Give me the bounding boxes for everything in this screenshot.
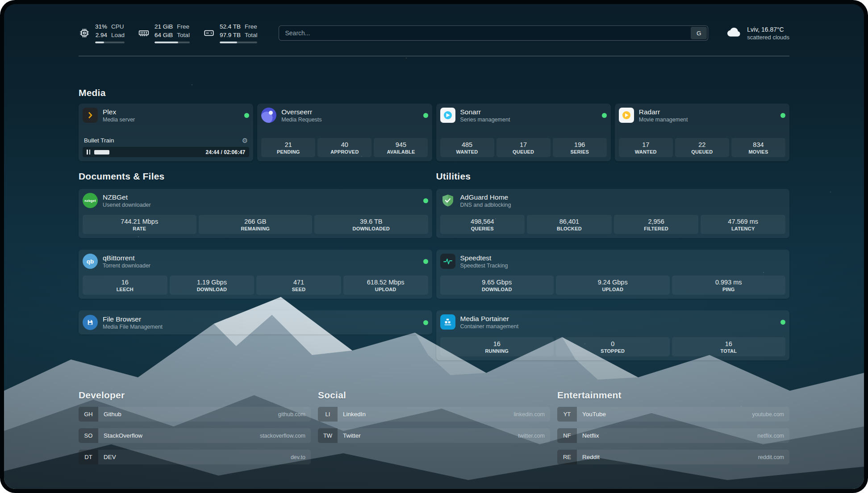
disk-icon (203, 27, 215, 39)
weather-location: Lviv, 16.87°C (747, 25, 789, 34)
overseerr-stat-available: 945 AVAILABLE (374, 138, 428, 157)
bookmark-url: twitter.com (518, 433, 545, 439)
search-input[interactable] (279, 25, 708, 41)
bookmark-youtube[interactable]: YT YouTube youtube.com (557, 407, 789, 422)
section-title-utilities: Utilities (436, 171, 790, 182)
bookmark-name: YouTube (582, 411, 606, 418)
stat-label: WANTED (442, 149, 492, 155)
bookmark-url: reddit.com (758, 454, 784, 460)
disk-total-label: Total (245, 31, 258, 40)
nzbget-stat-downloaded: 39.6 TB DOWNLOADED (314, 215, 428, 234)
cpu-load: 2.94 (96, 31, 107, 40)
service-card-adguard[interactable]: AdGuard Home DNS and adblocking 498,564 … (436, 189, 790, 238)
bookmark-abbr: SO (79, 428, 98, 443)
section-media: Media Plex Media server (79, 88, 789, 161)
status-dot (423, 198, 428, 203)
dashboard-screen: 31% 2.94 CPU Load (4, 4, 864, 489)
status-dot (423, 259, 428, 264)
nzbget-stat-rate: 744.21 Mbps RATE (83, 215, 196, 234)
gear-icon[interactable]: ⚙ (242, 137, 248, 144)
service-card-speedtest[interactable]: Speedtest Speedtest Tracking 9.65 Gbps D… (436, 250, 790, 299)
bookmark-name: Github (104, 411, 121, 418)
service-card-nzbget[interactable]: nzbget NZBGet Usenet downloader 744.21 M… (79, 189, 432, 238)
bookmark-url: dev.to (291, 454, 305, 460)
stat-label: RUNNING (442, 348, 552, 354)
bookmark-twitter[interactable]: TW Twitter twitter.com (318, 428, 550, 443)
search-provider-button[interactable]: G (691, 27, 707, 39)
service-subtitle: Movie management (639, 117, 688, 123)
service-card-overseerr[interactable]: Overseerr Media Requests 21 PENDING 40 A… (257, 104, 432, 161)
section-title-social: Social (318, 390, 550, 401)
service-subtitle: Media File Management (103, 324, 163, 330)
service-card-radarr[interactable]: Radarr Movie management 17 WANTED 22 QUE… (615, 104, 789, 161)
bookmark-abbr: RE (557, 450, 577, 464)
bookmark-dev[interactable]: DT DEV dev.to (79, 450, 311, 464)
adguard-stat-blocked: 86,401 BLOCKED (527, 215, 612, 234)
section-title-media: Media (79, 88, 789, 98)
stat-value: 40 (319, 141, 370, 148)
header-divider (79, 56, 789, 56)
stat-value: 196 (555, 141, 605, 148)
speedtest-stat-download: 9.65 Gbps DOWNLOAD (440, 276, 554, 295)
service-name: Media Portainer (460, 314, 519, 323)
stat-value: 1.19 Gbps (171, 279, 253, 286)
memory-total: 64 GiB (154, 31, 173, 40)
service-subtitle: DNS and adblocking (460, 202, 511, 208)
service-card-filebrowser[interactable]: File Browser Media File Management (79, 310, 432, 334)
service-card-plex[interactable]: Plex Media server Bullet Train ⚙ (79, 104, 253, 161)
overseerr-icon (261, 108, 276, 123)
sonarr-stat-wanted: 485 WANTED (440, 138, 494, 157)
sonarr-stat-series: 196 SERIES (553, 138, 607, 157)
section-title-entertainment: Entertainment (557, 390, 789, 401)
bookmark-name: StackOverflow (104, 432, 142, 439)
memory-free-label: Free (177, 23, 190, 31)
stat-value: 16 (84, 279, 166, 286)
bookmarks-area: Developer GH Github github.com SO StackO… (79, 390, 789, 464)
search-bar: G (279, 25, 708, 41)
playback-bar: 24:44 / 02:06:47 (83, 147, 249, 157)
service-name: AdGuard Home (460, 193, 511, 201)
stat-label: LATENCY (702, 226, 784, 231)
stat-value: 17 (498, 141, 549, 148)
overseerr-stat-pending: 21 PENDING (261, 138, 315, 157)
stat-value: 618.52 Mbps (345, 279, 426, 286)
bookmark-url: linkedin.com (514, 411, 545, 418)
bookmark-github[interactable]: GH Github github.com (79, 407, 311, 422)
stat-label: FILTERED (616, 226, 697, 231)
disk-free-label: Free (245, 23, 258, 31)
section-utilities: Utilities (436, 171, 790, 360)
bookmark-abbr: LI (318, 407, 338, 422)
disk-widget: 52.4 TB 97.9 TB Free Total (203, 23, 258, 43)
disk-usage-bar (220, 42, 258, 43)
stat-label: QUERIES (442, 226, 523, 231)
playback-track (94, 150, 202, 155)
disk-total: 97.9 TB (220, 31, 241, 40)
cloud-icon (726, 24, 742, 42)
stat-value: 47.569 ms (702, 218, 784, 225)
stat-label: LEECH (84, 287, 166, 292)
bookmark-netflix[interactable]: NF Netflix netflix.com (557, 428, 789, 443)
stat-label: BLOCKED (529, 226, 610, 231)
stat-value: 744.21 Mbps (84, 218, 195, 225)
status-dot (602, 113, 607, 118)
bookmark-linkedin[interactable]: LI LinkedIn linkedin.com (318, 407, 550, 422)
adguard-stat-queries: 498,564 QUERIES (440, 215, 525, 234)
portainer-icon (440, 314, 455, 330)
service-card-sonarr[interactable]: Sonarr Series management 485 WANTED 17 Q… (436, 104, 611, 161)
qbittorrent-stat-seed: 471 SEED (256, 276, 341, 295)
bookmark-abbr: DT (79, 450, 98, 464)
bookmark-stackoverflow[interactable]: SO StackOverflow stackoverflow.com (79, 428, 311, 443)
sonarr-stat-queued: 17 QUEUED (497, 138, 551, 157)
service-card-qbittorrent[interactable]: qb qBittorrent Torrent downloader 16 LEE… (79, 250, 432, 299)
service-subtitle: Speedtest Tracking (460, 263, 508, 269)
bookmark-group-entertainment: Entertainment YT YouTube youtube.com NF … (557, 390, 789, 464)
service-card-portainer[interactable]: Media Portainer Container management 16 … (436, 310, 790, 360)
stat-label: TOTAL (674, 348, 784, 354)
stat-label: QUEUED (498, 149, 549, 155)
bookmark-reddit[interactable]: RE Reddit reddit.com (557, 450, 789, 464)
stat-value: 2,956 (616, 218, 697, 225)
status-dot (244, 113, 249, 118)
stat-value: 9.65 Gbps (442, 279, 552, 286)
stat-label: UPLOAD (558, 287, 668, 292)
weather-widget: Lviv, 16.87°C scattered clouds (726, 24, 789, 42)
